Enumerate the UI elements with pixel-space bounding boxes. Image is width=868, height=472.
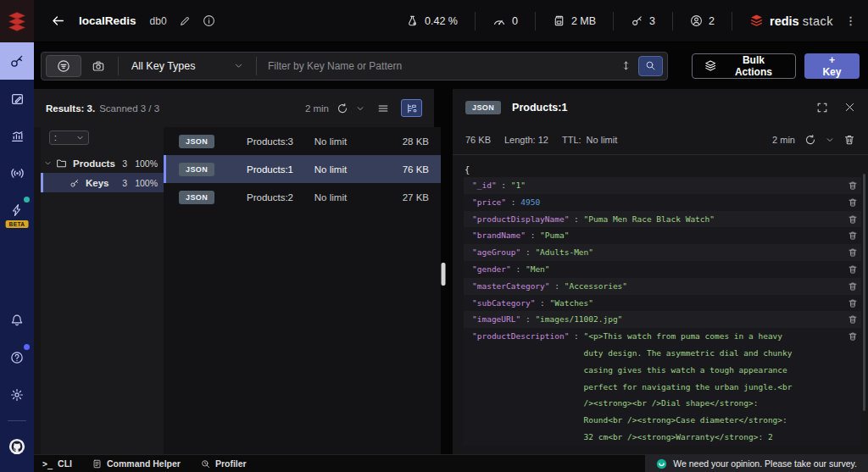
delete-field-button[interactable] (848, 295, 858, 308)
key-tree: : Products 3 (41, 127, 164, 454)
json-field-value[interactable]: "<p>This watch from puma comes in a heav… (584, 328, 798, 446)
json-field-value[interactable]: "Men" (526, 261, 550, 278)
delete-key-button[interactable] (843, 134, 855, 146)
key-details-name: Products:1 (512, 102, 567, 114)
edit-database-button[interactable] (179, 15, 191, 27)
key-name: Products:2 (247, 192, 293, 203)
database-info-button[interactable] (203, 14, 215, 27)
trash-icon (848, 214, 858, 225)
search-history-button[interactable] (83, 55, 114, 77)
cli-button[interactable]: >_ CLI (42, 458, 72, 469)
json-field-value[interactable]: "images/11002.jpg" (535, 311, 622, 328)
close-details-button[interactable] (844, 102, 855, 113)
key-list-item[interactable]: JSONProducts:1No limit76 KB (164, 155, 441, 183)
key-type-badge: JSON (465, 101, 501, 114)
json-field-row: "productDisplayName" : "Puma Men Race Bl… (464, 211, 861, 228)
key-type-select[interactable]: All Key Types (123, 60, 252, 72)
json-field-key[interactable]: "masterCategory" (472, 278, 550, 295)
json-field-key[interactable]: "productDescription" (472, 328, 569, 345)
delete-field-button[interactable] (848, 278, 858, 292)
tree-leaf-label: Keys (86, 178, 109, 188)
tree-leaf-counts: 3 100% (122, 178, 164, 188)
json-field-key[interactable]: "imageURL" (472, 311, 520, 328)
scrollbar-thumb[interactable] (863, 174, 865, 411)
browser-panel: Results: 3. Scanned 3 / 3 2 min (34, 89, 434, 454)
survey-banner[interactable]: We need your opinion. Please take our su… (645, 455, 868, 472)
json-field-value[interactable]: "Watches" (550, 295, 593, 312)
json-field-key[interactable]: "productDisplayName" (472, 211, 569, 228)
search-button[interactable] (638, 56, 663, 76)
json-field-value[interactable]: "Puma" (540, 227, 569, 244)
user-icon (690, 14, 703, 27)
json-field-value[interactable]: 4950 (520, 194, 540, 211)
tree-leaf-keys[interactable]: Keys 3 100% (41, 173, 164, 192)
json-field-key[interactable]: "_id" (472, 177, 497, 194)
refresh-key-button[interactable] (804, 134, 816, 146)
refresh-key-settings-button[interactable] (826, 136, 834, 144)
last-refresh-time: 2 min (305, 103, 329, 114)
fullscreen-button[interactable] (816, 102, 828, 114)
tree-leaf-percent: 100% (135, 178, 158, 188)
json-field-value[interactable]: "Accessories" (565, 278, 627, 295)
add-key-button[interactable]: + Key (804, 53, 860, 79)
back-button[interactable] (51, 14, 65, 28)
json-field-key[interactable]: "subCategory" (472, 295, 535, 312)
sidebar-item-github[interactable] (0, 428, 34, 465)
json-field-key[interactable]: "gender" (472, 261, 511, 278)
tree-rows: Products 3 100% Keys (41, 153, 164, 192)
filter-mode-button[interactable] (46, 55, 81, 77)
delete-field-button[interactable] (848, 177, 858, 191)
key-list-item[interactable]: JSONProducts:3No limit28 KB (164, 127, 441, 155)
trash-icon (848, 180, 858, 191)
bulk-actions-button[interactable]: Bulk Actions (692, 53, 796, 79)
json-field-value[interactable]: "Puma Men Race Black Watch" (584, 211, 715, 228)
browser-body: : Products 3 (34, 127, 434, 454)
sidebar-item-settings[interactable] (0, 376, 34, 414)
refresh-button[interactable] (337, 103, 348, 114)
key-icon (70, 178, 80, 188)
json-field-value[interactable]: "1" (511, 177, 526, 194)
key-ttl[interactable]: TTL: No limit (562, 135, 617, 145)
sidebar-item-pub-sub[interactable] (0, 154, 34, 192)
key-filter-input[interactable] (261, 60, 615, 72)
key-type-badge: JSON (179, 163, 214, 176)
sidebar-item-workbench[interactable] (0, 80, 34, 117)
sidebar-item-analytics[interactable] (0, 117, 34, 154)
profiler-icon (201, 459, 210, 469)
key-list: JSONProducts:3No limit28 KBJSONProducts:… (164, 127, 441, 454)
survey-message: We need your opinion. Please take our su… (673, 458, 857, 469)
delete-field-button[interactable] (848, 311, 858, 325)
json-field-key[interactable]: "brandName" (472, 227, 526, 244)
tree-folder-products[interactable]: Products 3 100% (41, 153, 164, 173)
profiler-button[interactable]: Profiler (201, 458, 247, 469)
json-field-value[interactable]: "Adults-Men" (535, 244, 593, 261)
json-colon: : (520, 311, 535, 328)
delimiter-select[interactable]: : (49, 130, 89, 145)
analytics-icon (10, 129, 25, 143)
delete-field-button[interactable] (848, 194, 858, 208)
delete-field-button[interactable] (848, 244, 858, 258)
delete-field-button[interactable] (848, 211, 858, 225)
tree-view-button[interactable] (401, 99, 422, 117)
json-field-key[interactable]: "price" (472, 194, 506, 211)
refresh-settings-button[interactable] (356, 104, 364, 113)
sidebar-item-notifications[interactable] (0, 302, 34, 339)
top-header: localRedis db0 0.42 % 0 (0, 0, 868, 42)
gear-icon (10, 388, 24, 402)
list-view-button[interactable] (372, 99, 393, 117)
expand-search-button[interactable] (616, 56, 637, 76)
stat-cpu-value: 0.42 % (425, 15, 458, 27)
sidebar-item-triggers-functions[interactable]: BETA (0, 192, 34, 229)
chevron-down-icon (76, 134, 84, 142)
delete-field-button[interactable] (848, 261, 858, 275)
key-list-item[interactable]: JSONProducts:2No limit27 KB (164, 183, 441, 211)
delete-field-button[interactable] (848, 227, 858, 241)
panel-resize-handle[interactable] (442, 263, 446, 286)
command-helper-button[interactable]: Command Helper (92, 458, 181, 469)
sidebar-item-help[interactable] (0, 339, 34, 376)
header-menu-button[interactable]: ⋮ (840, 15, 868, 26)
sidebar-item-browser[interactable] (0, 42, 34, 80)
stat-keys-value: 3 (649, 15, 655, 27)
delete-field-button[interactable] (848, 328, 858, 342)
json-field-key[interactable]: "ageGroup" (472, 244, 520, 261)
